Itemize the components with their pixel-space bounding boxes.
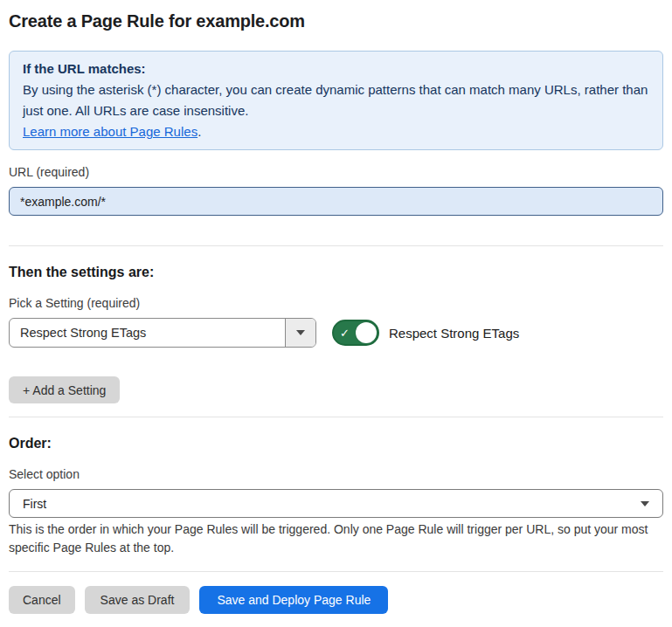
url-input[interactable] (9, 187, 663, 216)
page-title: Create a Page Rule for example.com (9, 10, 663, 32)
settings-heading: Then the settings are: (9, 264, 663, 281)
setting-row: Respect Strong ETags ✓ Respect Strong ET… (9, 318, 663, 348)
save-draft-button[interactable]: Save as Draft (85, 586, 191, 614)
info-box-heading: If the URL matches: (23, 59, 649, 79)
setting-select[interactable]: Respect Strong ETags (9, 318, 316, 348)
toggle-label: Respect Strong ETags (389, 326, 519, 341)
order-select[interactable]: First (9, 489, 663, 518)
learn-more-link[interactable]: Learn more about Page Rules (23, 124, 197, 139)
save-deploy-button[interactable]: Save and Deploy Page Rule (199, 586, 388, 614)
create-page-rule-form: Create a Page Rule for example.com If th… (0, 0, 672, 623)
order-select-value: First (23, 497, 46, 511)
footer-actions: Cancel Save as Draft Save and Deploy Pag… (9, 586, 663, 614)
link-suffix: . (197, 124, 201, 139)
order-help-text: This is the order in which your Page Rul… (9, 520, 663, 557)
toggle-knob (356, 322, 377, 343)
section-divider (9, 245, 663, 246)
footer-divider (9, 571, 663, 572)
info-box-link-line: Learn more about Page Rules. (23, 121, 649, 142)
chevron-down-icon (641, 501, 649, 506)
info-box-body: By using the asterisk (*) character, you… (23, 79, 649, 121)
setting-toggle[interactable]: ✓ (332, 320, 379, 346)
setting-select-arrow-button[interactable] (285, 319, 315, 347)
setting-select-value: Respect Strong ETags (10, 319, 285, 347)
order-heading: Order: (9, 435, 663, 452)
cancel-button[interactable]: Cancel (9, 586, 75, 614)
section-divider (9, 417, 663, 417)
select-option-label: Select option (9, 467, 663, 482)
chevron-down-icon (296, 330, 305, 335)
check-icon: ✓ (340, 327, 350, 339)
url-label: URL (required) (9, 165, 663, 180)
url-match-info-box: If the URL matches: By using the asteris… (9, 51, 663, 150)
add-setting-button[interactable]: + Add a Setting (9, 376, 120, 403)
pick-setting-label: Pick a Setting (required) (9, 296, 663, 311)
